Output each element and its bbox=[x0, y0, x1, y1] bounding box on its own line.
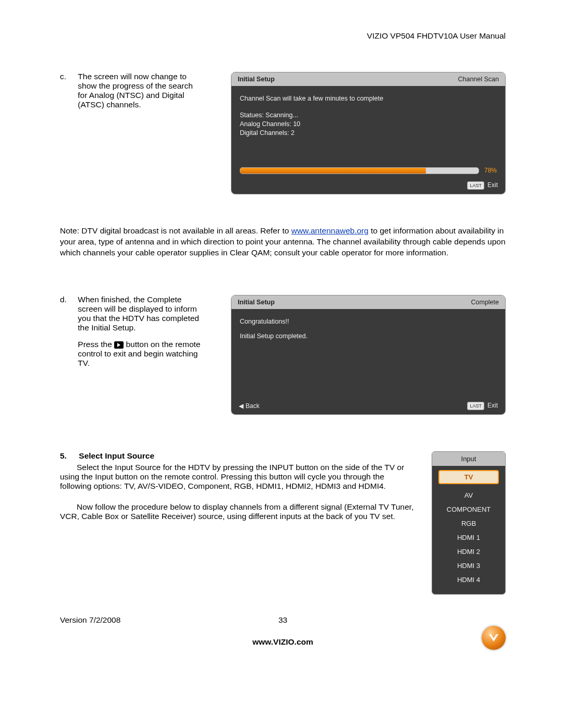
osd-title: Initial Setup bbox=[238, 76, 275, 83]
congrats: Congratulations!! bbox=[240, 318, 497, 325]
input-option[interactable]: COMPONENT bbox=[437, 502, 500, 516]
site-url: www.VIZIO.com bbox=[252, 637, 313, 647]
section-5-heading: Select Input Source bbox=[79, 451, 154, 460]
section-d-text1: When finished, the Complete screen will … bbox=[78, 295, 203, 332]
osd-subtitle: Complete bbox=[471, 299, 499, 306]
osd-complete: Initial Setup Complete Congratulations!!… bbox=[231, 295, 506, 415]
manual-page: VIZIO VP504 FHDTV10A User Manual c. The … bbox=[0, 0, 563, 668]
osd-subtitle: Channel Scan bbox=[458, 76, 499, 83]
input-option[interactable]: RGB bbox=[437, 516, 500, 530]
note-paragraph: Note: DTV digital broadcast is not avail… bbox=[60, 226, 506, 258]
list-number: 5. bbox=[60, 451, 77, 461]
section-5-p1: Select the Input Source for the HDTV by … bbox=[60, 463, 416, 491]
section-5-p2: Now follow the procedure below to displa… bbox=[60, 502, 416, 521]
page-number: 33 bbox=[278, 615, 287, 625]
play-icon bbox=[114, 341, 124, 349]
back-label: ◀ Back bbox=[239, 402, 260, 410]
input-option[interactable]: HDMI 4 bbox=[437, 573, 500, 587]
input-option-selected[interactable]: TV bbox=[438, 470, 499, 484]
press-pre: Press the bbox=[78, 340, 114, 349]
section-c-text: The screen will now change to show the p… bbox=[78, 72, 203, 109]
page-footer: Version 7/2/2008 33 www.VIZIO.com bbox=[60, 615, 506, 647]
input-menu: Input TV AV COMPONENT RGB HDMI 1 HDMI 2 … bbox=[432, 451, 506, 595]
input-option[interactable]: HDMI 3 bbox=[437, 559, 500, 573]
input-menu-title: Input bbox=[432, 452, 505, 466]
input-option[interactable]: HDMI 2 bbox=[437, 545, 500, 559]
scan-digital: Digital Channels: 2 bbox=[240, 129, 497, 137]
page-header: VIZIO VP504 FHDTV10A User Manual bbox=[60, 31, 506, 41]
vizio-logo-icon bbox=[482, 626, 506, 650]
scan-msg: Channel Scan will take a few minutes to … bbox=[240, 95, 497, 102]
antennaweb-link[interactable]: www.antennaweb.org bbox=[291, 226, 369, 235]
note-pre: Note: DTV digital broadcast is not avail… bbox=[60, 226, 291, 235]
osd-title: Initial Setup bbox=[238, 299, 275, 306]
list-letter: c. bbox=[60, 72, 76, 81]
input-option[interactable]: HDMI 1 bbox=[437, 530, 500, 545]
list-letter: d. bbox=[60, 295, 76, 304]
scan-analog: Analog Channels: 10 bbox=[240, 120, 497, 128]
exit-label: Exit bbox=[487, 181, 498, 190]
progress-fill bbox=[240, 168, 426, 174]
version-label: Version 7/2/2008 bbox=[60, 615, 120, 625]
progress-bar bbox=[240, 167, 479, 174]
setup-complete: Initial Setup completed. bbox=[240, 332, 497, 340]
exit-label: Exit bbox=[487, 402, 498, 410]
back-text: Back bbox=[246, 402, 260, 410]
section-d-press: Press the button on the remote control t… bbox=[78, 340, 203, 368]
back-arrow-icon: ◀ bbox=[239, 402, 243, 410]
osd-channel-scan: Initial Setup Channel Scan Channel Scan … bbox=[231, 72, 506, 194]
section-d: d. When finished, the Complete screen wi… bbox=[60, 295, 506, 415]
progress-percent: 78% bbox=[484, 167, 497, 174]
scan-status: Statues: Scanning... bbox=[240, 112, 497, 119]
input-option[interactable]: AV bbox=[437, 488, 500, 502]
section-5: 5. Select Input Source Select the Input … bbox=[60, 451, 506, 595]
last-tag: LAST bbox=[467, 181, 484, 190]
section-c: c. The screen will now change to show th… bbox=[60, 72, 506, 194]
last-tag: LAST bbox=[467, 402, 484, 410]
